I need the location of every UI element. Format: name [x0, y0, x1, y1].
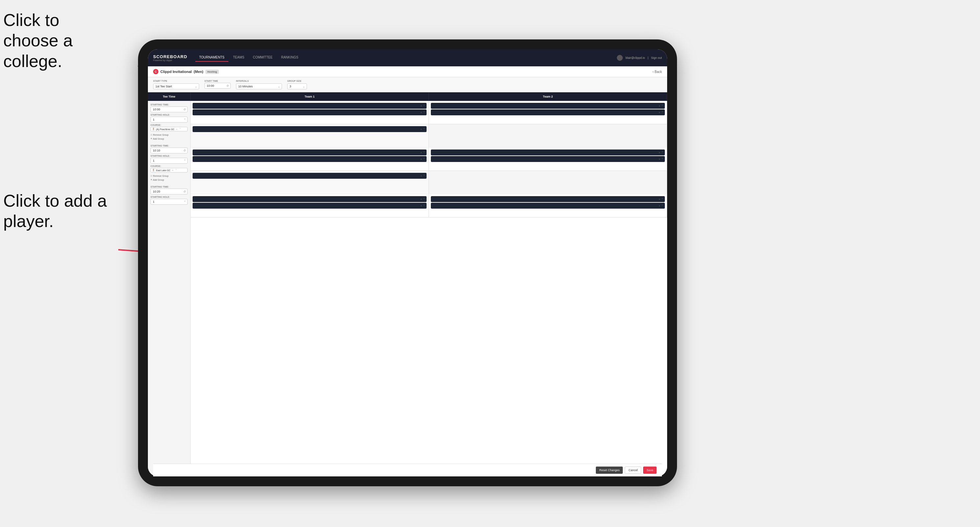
- player-entry-4-2[interactable]: × ⌃: [431, 156, 665, 162]
- app-header: SCOREBOARD Powered by clippd TOURNAMENTS…: [148, 49, 667, 67]
- starting-time-input-3[interactable]: [151, 189, 188, 195]
- hole-icon-3: ⌃: [184, 200, 186, 203]
- player-controls-5-1: × ⌃: [420, 198, 425, 201]
- player-entry-5-2[interactable]: × ⌃: [192, 203, 426, 209]
- starting-hole-wrapper-2: ⌃: [151, 158, 188, 163]
- starting-time-input-1[interactable]: [151, 106, 188, 113]
- remove-group-btn-1[interactable]: ○ Remove Group: [151, 133, 188, 137]
- sign-out-link[interactable]: Sign out: [651, 56, 662, 59]
- player-edit-btn-1-1[interactable]: ⌃: [423, 105, 425, 108]
- add-group-btn-2[interactable]: + Add Group: [151, 178, 188, 182]
- player-edit-btn-3-1[interactable]: ⌃: [423, 151, 425, 154]
- group-size-label: Group Size: [287, 80, 307, 82]
- tournament-name: Clippd Invitational: [161, 70, 192, 74]
- annotation-add-player: Click to add a player.: [3, 190, 108, 232]
- nav-tab-teams[interactable]: TEAMS: [229, 54, 248, 62]
- player-entry-3-1[interactable]: × ⌃: [192, 149, 426, 156]
- add-icon-1: +: [151, 137, 152, 140]
- player-edit-btn-5-2[interactable]: ⌃: [423, 204, 425, 207]
- save-button[interactable]: Save: [643, 467, 657, 474]
- group-size-select[interactable]: 3: [287, 83, 307, 89]
- tournament-bar: C Clippd Invitational (Men) Hosting ‹ Ba…: [148, 67, 667, 77]
- player-entry-6-2[interactable]: × ⌃: [431, 203, 665, 209]
- player-controls-6-2: × ⌃: [659, 204, 663, 207]
- tablet-frame: SCOREBOARD Powered by clippd TOURNAMENTS…: [138, 40, 677, 486]
- player-x-btn-3-1[interactable]: ×: [420, 151, 422, 154]
- course-entry-2[interactable]: × ⌃: [192, 173, 426, 179]
- intervals-wrapper: 10 Minutes: [236, 83, 282, 89]
- starting-time-wrapper-3: ⏱: [151, 189, 188, 195]
- group-actions-2: ○ Remove Group + Add Group: [151, 174, 188, 182]
- team-row-group-1: × ⌃ × ⌃: [191, 101, 667, 124]
- player-x-btn-6-2[interactable]: ×: [659, 204, 660, 207]
- player-edit-btn-6-1[interactable]: ⌃: [661, 198, 663, 201]
- player-edit-btn-4-2[interactable]: ⌃: [661, 158, 663, 161]
- course-x-btn-2[interactable]: ×: [420, 175, 422, 178]
- add-group-btn-1[interactable]: + Add Group: [151, 137, 188, 141]
- player-entry-4-1[interactable]: × ⌃: [431, 149, 665, 156]
- starting-hole-input-3[interactable]: [151, 199, 188, 205]
- player-entry-1-2[interactable]: × ⌃: [192, 110, 426, 115]
- start-type-select[interactable]: 1st Tee Start: [153, 83, 199, 89]
- player-edit-btn-5-1[interactable]: ⌃: [423, 198, 425, 201]
- player-x-btn-3-2[interactable]: ×: [420, 158, 422, 161]
- course-name-2: East Lake GC: [156, 169, 170, 171]
- remove-group-btn-2[interactable]: ○ Remove Group: [151, 174, 188, 178]
- reset-button[interactable]: Reset Changes: [596, 467, 623, 474]
- player-x-btn-1-1[interactable]: ×: [420, 105, 422, 108]
- player-x-btn-2-2[interactable]: ×: [659, 111, 660, 114]
- cancel-button[interactable]: Cancel: [625, 467, 641, 474]
- course-edit-btn-1[interactable]: ⌃: [423, 128, 425, 131]
- player-x-btn-4-2[interactable]: ×: [659, 158, 660, 161]
- player-edit-btn-2-1[interactable]: ⌃: [661, 105, 663, 108]
- course-name-1: (A) Peachtree GC: [156, 128, 175, 130]
- course-tag-2[interactable]: 🏌 East Lake GC × ⌃: [151, 168, 188, 173]
- starting-hole-label-2: STARTING HOLE:: [151, 155, 188, 157]
- starting-hole-input-1[interactable]: [151, 117, 188, 122]
- course-chevron-2[interactable]: ⌃: [175, 169, 177, 171]
- add-group-label-2: Add Group: [153, 179, 164, 181]
- player-x-btn-4-1[interactable]: ×: [659, 151, 660, 154]
- player-entry-2-2[interactable]: × ⌃: [431, 110, 665, 115]
- course-x-btn-1[interactable]: ×: [420, 128, 422, 131]
- start-time-label: Start Time: [204, 80, 231, 82]
- course-remove-1[interactable]: ×: [176, 128, 177, 130]
- nav-tab-committee[interactable]: COMMITTEE: [249, 54, 276, 62]
- course-chevron-1[interactable]: ⌃: [179, 128, 181, 130]
- player-entry-5-1[interactable]: × ⌃: [192, 196, 426, 202]
- player-x-btn-1-2[interactable]: ×: [420, 111, 422, 114]
- course-tag-1[interactable]: 🏌 (A) Peachtree GC × ⌃: [151, 127, 188, 132]
- starting-hole-label-1: STARTING HOLE:: [151, 114, 188, 116]
- player-edit-btn-3-2[interactable]: ⌃: [423, 158, 425, 161]
- player-entry-3-2[interactable]: × ⌃: [192, 156, 426, 162]
- player-edit-btn-1-2[interactable]: ⌃: [423, 111, 425, 114]
- player-edit-btn-4-1[interactable]: ⌃: [661, 151, 663, 154]
- player-controls-3-2: × ⌃: [420, 158, 425, 161]
- player-x-btn-5-1[interactable]: ×: [420, 198, 422, 201]
- add-icon-2: +: [151, 178, 152, 181]
- player-x-btn-6-1[interactable]: ×: [659, 198, 660, 201]
- player-x-btn-5-2[interactable]: ×: [420, 204, 422, 207]
- intervals-label: Intervals: [236, 80, 282, 82]
- course-edit-btn-2[interactable]: ⌃: [423, 175, 425, 178]
- group-size-wrapper: 3: [287, 83, 307, 89]
- course-entry-1[interactable]: × ⌃: [192, 126, 426, 132]
- remove-icon-1: ○: [151, 133, 152, 137]
- player-entry-6-1[interactable]: × ⌃: [431, 196, 665, 202]
- starting-hole-input-2[interactable]: [151, 158, 188, 163]
- nav-tab-tournaments[interactable]: TOURNAMENTS: [195, 54, 228, 62]
- player-entry-2-1[interactable]: × ⌃: [431, 103, 665, 109]
- intervals-select[interactable]: 10 Minutes: [236, 83, 282, 89]
- course-icon-1: 🏌: [152, 128, 155, 130]
- starting-time-input-2[interactable]: [151, 148, 188, 154]
- player-edit-btn-2-2[interactable]: ⌃: [661, 111, 663, 114]
- player-entry-1-1[interactable]: × ⌃: [192, 103, 426, 109]
- team1-slot-1: × ⌃ × ⌃: [191, 101, 429, 124]
- nav-tab-rankings[interactable]: RANKINGS: [277, 54, 302, 62]
- player-edit-btn-6-2[interactable]: ⌃: [661, 204, 663, 207]
- player-x-btn-2-1[interactable]: ×: [659, 105, 660, 108]
- course-controls-2: × ⌃: [420, 175, 425, 178]
- course-remove-2[interactable]: ×: [172, 169, 173, 171]
- back-button[interactable]: ‹ Back: [653, 70, 662, 74]
- tournament-gender: (Men): [194, 70, 203, 74]
